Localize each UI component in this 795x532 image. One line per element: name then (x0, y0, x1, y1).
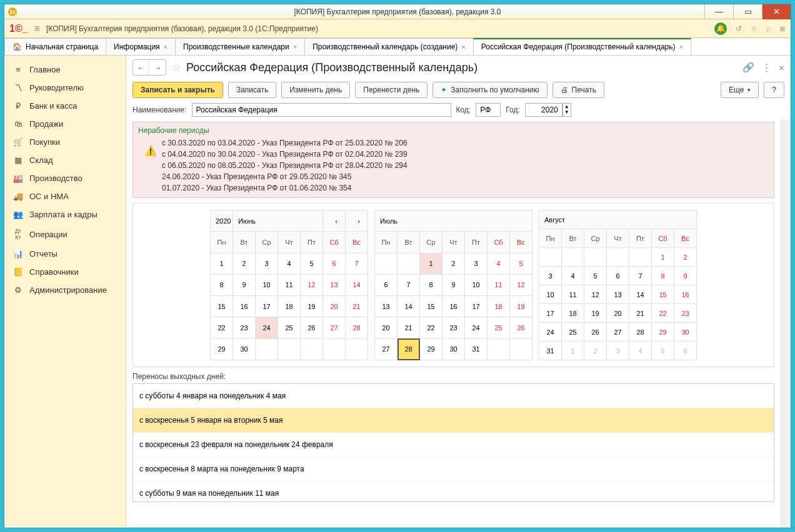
favorites-icon[interactable]: ☆ (751, 24, 758, 33)
sidebar-item-operations[interactable]: ДтКтОперации (4, 224, 126, 245)
brand-logo-icon: 1©_ (9, 23, 28, 34)
close-icon[interactable]: × (164, 43, 168, 51)
gear-icon: ⚙ (13, 285, 23, 295)
list-item[interactable]: с воскресенья 8 марта на понедельник 9 м… (133, 457, 774, 481)
box-icon: ▦ (13, 155, 23, 165)
calendars-panel: 2020Июнь‹› ПнВтСрЧтПтСбВс 1234567 891011… (132, 203, 774, 367)
app-subtitle: [КОПИЯ] Бухгалтерия предприятия (базовая… (46, 24, 318, 33)
tab-calendar-create[interactable]: Производственный календарь (создание)× (304, 38, 474, 55)
year-input[interactable] (525, 103, 562, 117)
non-working-line: с 30.03.2020 по 03.04.2020 - Указ Презид… (162, 137, 408, 149)
cart-icon: 🛒 (13, 137, 23, 147)
people-icon: 👥 (13, 210, 23, 219)
window-minimize-button[interactable]: — (704, 4, 733, 19)
more-menu-icon[interactable]: ⋮ (762, 62, 771, 73)
tab-calendars-list[interactable]: Производственные календари× (175, 38, 305, 55)
sidebar-item-purchases[interactable]: 🛒Покупки (4, 133, 126, 151)
favorite-star-icon[interactable]: ☆ (171, 61, 181, 74)
window-maximize-button[interactable]: ▭ (733, 4, 762, 19)
list-item[interactable]: с воскресенья 5 января на вторник 5 мая (133, 408, 774, 433)
close-icon[interactable]: × (679, 43, 683, 51)
fill-default-button[interactable]: ✦Заполнить по умолчанию (432, 82, 547, 98)
sidebar-item-bank[interactable]: ₽Банк и касса (4, 97, 126, 115)
sidebar-item-reports[interactable]: 📊Отчеты (4, 245, 126, 263)
notifications-icon[interactable]: 🔔 (714, 22, 727, 35)
name-label: Наименование: (132, 106, 187, 114)
app-logo-icon: 1c (8, 7, 17, 16)
search-icon[interactable]: ⌕ (766, 24, 771, 33)
panel-settings-icon[interactable]: ≣ (779, 24, 786, 33)
sidebar-item-manager[interactable]: 〽Руководителю (4, 79, 126, 97)
transfers-list[interactable]: с субботы 4 января на понедельник 4 мая … (132, 383, 774, 502)
nav-back-button[interactable]: ← (133, 60, 149, 75)
sidebar: ≡Главное 〽Руководителю ₽Банк и касса 🛍Пр… (4, 56, 126, 528)
calendar-june[interactable]: 2020Июнь‹› ПнВтСрЧтПтСбВс 1234567 891011… (210, 210, 368, 360)
help-button[interactable]: ? (764, 82, 784, 98)
list-item[interactable]: с воскресенья 23 февраля на понедельник … (133, 433, 774, 457)
close-icon[interactable]: × (461, 43, 465, 51)
tab-home[interactable]: 🏠Начальная страница (4, 38, 106, 55)
tab-bar: 🏠Начальная страница Информация× Производ… (4, 38, 791, 56)
bag-icon: 🛍 (13, 119, 23, 129)
sidebar-item-directories[interactable]: 📒Справочники (4, 263, 126, 281)
code-input[interactable] (476, 103, 501, 117)
non-working-line: с 04.04.2020 по 30.04.2020 - Указ Презид… (162, 149, 408, 160)
close-icon[interactable]: × (293, 43, 297, 51)
window-close-button[interactable]: ✕ (762, 4, 791, 19)
non-working-header: Нерабочие периоды (138, 126, 769, 135)
book-icon: 📒 (13, 267, 23, 277)
sidebar-item-production[interactable]: 🏭Производство (4, 169, 126, 187)
bars-icon: 📊 (13, 249, 23, 259)
list-item[interactable]: с субботы 4 января на понедельник 4 мая (133, 384, 774, 408)
save-close-button[interactable]: Записать и закрыть (132, 82, 223, 98)
calendar-july[interactable]: Июль ПнВтСрЧтПтСбВс 12345 6789101112 131… (374, 210, 532, 360)
calendar-august[interactable]: Август ПнВтСрЧтПтСбВс 12 3456789 1011121… (539, 210, 697, 360)
page-close-icon[interactable]: × (779, 62, 784, 73)
link-icon[interactable]: 🔗 (742, 62, 754, 73)
non-working-line: 24.06.2020 - Указ Президента РФ от 29.05… (162, 171, 408, 182)
more-button[interactable]: Еще▾ (721, 82, 759, 98)
next-month-button[interactable]: › (346, 210, 368, 232)
year-label: Год: (506, 106, 519, 114)
wand-icon: ✦ (441, 86, 447, 94)
window-titlebar: 1c [КОПИЯ] Бухгалтерия предприятия (базо… (4, 4, 791, 19)
home-icon: 🏠 (12, 42, 22, 51)
prev-month-button[interactable]: ‹ (323, 210, 346, 232)
dtkt-icon: ДтКт (13, 228, 23, 240)
ruble-icon: ₽ (13, 101, 23, 111)
truck-icon: 🚚 (13, 192, 23, 201)
factory-icon: 🏭 (13, 174, 23, 183)
sidebar-item-main[interactable]: ≡Главное (4, 61, 126, 79)
sidebar-item-warehouse[interactable]: ▦Склад (4, 151, 126, 169)
sidebar-item-admin[interactable]: ⚙Администрирование (4, 281, 126, 299)
tab-info[interactable]: Информация× (106, 38, 176, 55)
move-day-button[interactable]: Перенести день (355, 82, 428, 98)
list-item[interactable]: с субботы 9 мая на понедельник 11 мая (133, 481, 774, 506)
sidebar-item-salary[interactable]: 👥Зарплата и кадры (4, 205, 126, 224)
list-icon: ≡ (13, 65, 23, 74)
non-working-line: с 06.05.2020 по 08.05.2020 - Указ Презид… (162, 160, 408, 171)
code-label: Код: (456, 106, 471, 114)
page-title: Российская Федерация (Производственный к… (186, 61, 478, 74)
year-spinner[interactable]: ▲▼ (562, 103, 571, 117)
warning-icon: ⚠️ (144, 145, 157, 157)
history-icon[interactable]: ↺ (736, 24, 742, 33)
chevron-down-icon: ▾ (748, 87, 751, 93)
printer-icon: 🖨 (561, 86, 568, 94)
transfers-label: Переносы выходных дней: (132, 370, 774, 383)
save-button[interactable]: Записать (228, 82, 276, 98)
sidebar-item-fixed[interactable]: 🚚ОС и НМА (4, 187, 126, 205)
change-day-button[interactable]: Изменить день (281, 82, 350, 98)
menu-icon[interactable]: ≡ (34, 23, 40, 34)
sidebar-item-sales[interactable]: 🛍Продажи (4, 115, 126, 133)
app-header: 1©_ ≡ [КОПИЯ] Бухгалтерия предприятия (б… (4, 19, 791, 38)
tab-calendar-rf[interactable]: Российская Федерация (Производственный к… (473, 38, 691, 55)
chart-icon: 〽 (13, 83, 23, 92)
scrollbar[interactable] (781, 119, 791, 528)
print-button[interactable]: 🖨Печать (552, 82, 604, 98)
nav-forward-button[interactable]: → (149, 60, 166, 75)
non-working-line: 01.07.2020 - Указ Президента РФ от 01.06… (162, 182, 408, 194)
non-working-periods-panel: Нерабочие периоды ⚠️ с 30.03.2020 по 03.… (132, 122, 774, 198)
window-title: [КОПИЯ] Бухгалтерия предприятия (базовая… (4, 7, 791, 16)
name-input[interactable] (192, 103, 451, 117)
